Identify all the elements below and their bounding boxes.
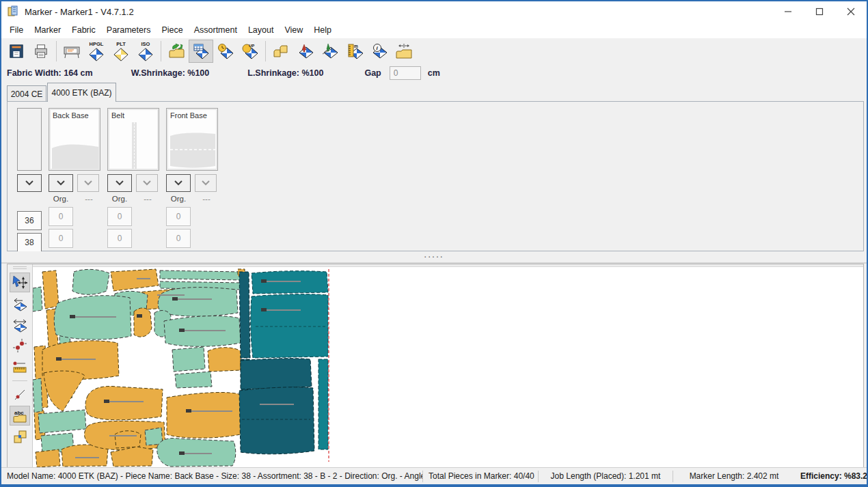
marker-piece[interactable]	[111, 269, 159, 291]
match-points-icon	[12, 338, 28, 354]
match-points-tool[interactable]	[10, 336, 30, 356]
flip-horizontal-tool[interactable]	[10, 294, 30, 314]
marker-piece[interactable]	[36, 449, 60, 467]
hpgl-export-button[interactable]: HPGL	[84, 40, 109, 63]
marker-piece[interactable]	[158, 288, 238, 316]
plotter-icon	[63, 43, 81, 59]
qty-input-36[interactable]: 0	[166, 207, 191, 226]
plotter-button[interactable]	[59, 40, 84, 63]
marker-piece[interactable]	[239, 272, 250, 358]
piece-thumb-belt[interactable]: Belt	[107, 108, 159, 171]
piece-dropdown-main[interactable]	[107, 174, 132, 192]
marker-piece[interactable]	[241, 359, 312, 389]
iso-export-button[interactable]: ISO	[133, 40, 158, 63]
save-button[interactable]	[4, 40, 29, 63]
qty-input-38[interactable]: 0	[49, 229, 73, 248]
menu-marker[interactable]: Marker	[29, 23, 66, 37]
plt-diamond-icon	[113, 46, 129, 61]
marker-piece[interactable]	[239, 387, 314, 454]
measure-length-button[interactable]: m	[342, 40, 367, 63]
piece-dropdown-main[interactable]	[49, 174, 73, 192]
copy-pieces-button[interactable]	[269, 40, 293, 63]
move-up-green-button[interactable]	[318, 40, 342, 63]
time-up-button[interactable]: UP	[238, 40, 262, 63]
menu-help[interactable]: Help	[308, 23, 337, 37]
size-selector-box[interactable]	[17, 108, 42, 171]
marker-piece[interactable]	[42, 270, 59, 309]
marker-piece[interactable]	[172, 347, 205, 372]
gap-input[interactable]	[390, 66, 421, 80]
qty-input-36[interactable]: 0	[107, 207, 132, 226]
import-marker-button[interactable]	[164, 40, 189, 63]
flip-both-tool[interactable]	[10, 315, 30, 335]
marker-piece[interactable]	[44, 371, 85, 411]
size-dropdown-button[interactable]	[17, 174, 42, 192]
info-diamond-icon: i	[370, 43, 388, 59]
expand-width-button[interactable]	[392, 40, 416, 63]
marker-piece[interactable]	[38, 410, 86, 433]
tab-2004-ce[interactable]: 2004 CE	[7, 85, 46, 102]
menu-view[interactable]: View	[279, 23, 308, 37]
org-label: Org.	[107, 195, 132, 203]
label-tool[interactable]: abc	[10, 406, 30, 426]
size-row-38[interactable]: 38	[17, 233, 42, 252]
piece-dropdown-alt[interactable]	[195, 174, 217, 192]
close-button[interactable]	[835, 1, 867, 22]
marker-canvas[interactable]	[33, 264, 863, 468]
qty-input-38[interactable]: 0	[107, 229, 132, 248]
panel-splitter[interactable]: .....	[1, 251, 867, 264]
marker-piece[interactable]	[167, 393, 241, 439]
marker-layout-svg	[33, 268, 863, 467]
piece-name: Belt	[111, 111, 124, 120]
size-row-36[interactable]: 36	[17, 211, 42, 230]
model-tabstrip: 2004 CE 4000 ETK (BAZ)	[1, 82, 867, 102]
overlap-pieces-tool[interactable]	[10, 427, 30, 447]
piece-dropdown-alt[interactable]	[136, 174, 158, 192]
title-bar: Marker - Marker1 - V4.7.1.2	[1, 1, 867, 22]
select-move-icon	[12, 275, 28, 291]
tab-4000-etk-baz[interactable]: 4000 ETK (BAZ)	[47, 83, 116, 102]
chevron-down-icon	[115, 180, 124, 186]
menu-fabric[interactable]: Fabric	[66, 23, 101, 37]
marker-piece[interactable]	[318, 359, 328, 449]
select-move-tool[interactable]	[10, 273, 30, 292]
chevron-down-icon	[56, 180, 66, 186]
palette-separator	[12, 380, 27, 381]
marker-piece[interactable]	[157, 439, 236, 467]
info-button[interactable]: i	[367, 40, 392, 63]
maximize-button[interactable]	[804, 1, 835, 22]
menu-parameters[interactable]: Parameters	[101, 23, 157, 37]
measure-tool[interactable]	[10, 357, 30, 377]
time-button[interactable]	[213, 40, 238, 63]
marker-piece[interactable]	[175, 372, 212, 388]
piece-dropdown-main[interactable]	[166, 174, 191, 192]
marker-piece[interactable]	[115, 431, 141, 448]
marker-piece[interactable]	[72, 269, 109, 294]
marker-piece[interactable]	[160, 270, 241, 280]
print-button[interactable]	[29, 40, 53, 63]
menu-assortment[interactable]: Assortment	[189, 23, 243, 37]
palette-handle[interactable]	[13, 266, 27, 269]
plt-export-button[interactable]: PLT	[109, 40, 133, 63]
menu-layout[interactable]: Layout	[243, 23, 280, 37]
marker-piece[interactable]	[251, 294, 328, 358]
status-job-length: Job Length (Placed): 1.201 mt	[539, 471, 673, 481]
piece-dropdown-alt[interactable]	[77, 174, 99, 192]
marker-piece[interactable]	[33, 378, 42, 413]
minimize-button[interactable]	[772, 1, 804, 22]
marker-piece[interactable]	[134, 308, 152, 337]
menu-piece[interactable]: Piece	[156, 23, 188, 37]
piece-thumb-front-base[interactable]: Front Base	[166, 108, 218, 171]
marker-grid-button[interactable]	[189, 40, 213, 63]
marker-piece[interactable]	[85, 387, 163, 420]
marker-piece[interactable]	[33, 287, 42, 311]
svg-text:m: m	[354, 44, 358, 48]
marker-piece[interactable]	[208, 348, 241, 372]
qty-input-38[interactable]: 0	[166, 229, 191, 248]
org-label: Org.	[166, 195, 191, 203]
qty-input-36[interactable]: 0	[49, 207, 73, 226]
point-line-tool[interactable]	[10, 385, 30, 404]
move-up-red-button[interactable]	[293, 40, 318, 63]
menu-file[interactable]: File	[4, 23, 29, 37]
piece-thumb-back-base[interactable]: Back Base	[49, 108, 100, 171]
